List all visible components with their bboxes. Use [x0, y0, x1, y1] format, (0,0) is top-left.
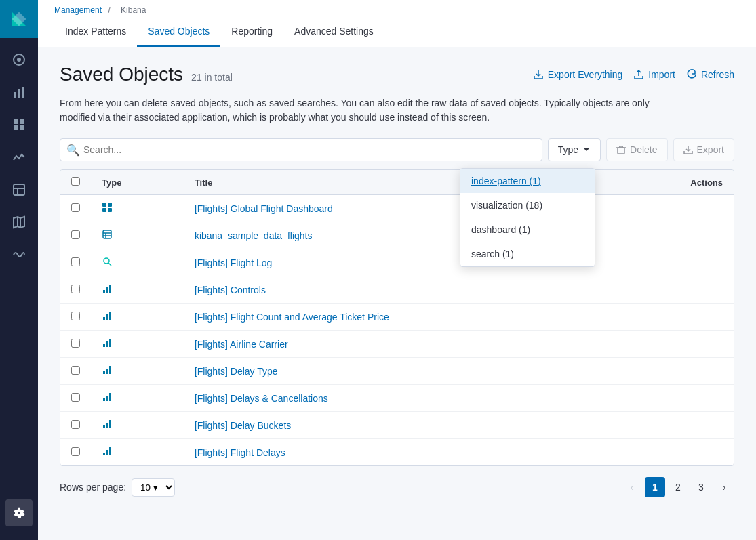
type-icon-0: [102, 202, 113, 213]
row-actions-9: [666, 439, 734, 466]
svg-rect-24: [103, 230, 111, 238]
row-title-4[interactable]: [Flights] Flight Count and Average Ticke…: [195, 312, 389, 323]
chevron-down-icon: [582, 146, 591, 154]
svg-point-28: [104, 258, 109, 264]
rows-per-page-select[interactable]: 10 ▾ 25 50: [132, 478, 175, 497]
svg-rect-38: [109, 339, 111, 347]
topnav: Management / Kibana Index Patterns Saved…: [38, 0, 756, 47]
row-title-8[interactable]: [Flights] Delay Buckets: [195, 420, 291, 431]
breadcrumb-separator: /: [108, 5, 110, 15]
kibana-logo: [0, 0, 38, 38]
row-checkbox-0[interactable]: [71, 203, 80, 212]
page-2-button[interactable]: 2: [668, 477, 688, 497]
type-icon-2: [102, 256, 113, 267]
row-checkbox-2[interactable]: [71, 257, 80, 266]
type-filter-button[interactable]: Type: [548, 138, 601, 161]
pagination-bar: Rows per page: 10 ▾ 25 50 ‹ 1 2 3 ›: [60, 477, 734, 497]
nav-tabs: Index Patterns Saved Objects Reporting A…: [54, 18, 740, 47]
svg-rect-2: [14, 92, 16, 98]
next-page-button[interactable]: ›: [714, 477, 734, 497]
svg-rect-43: [106, 396, 108, 401]
svg-rect-48: [103, 453, 105, 455]
row-title-3[interactable]: [Flights] Controls: [195, 285, 266, 295]
sidebar-icon-canvas[interactable]: [5, 176, 33, 203]
row-title-0[interactable]: [Flights] Global Flight Dashboard: [195, 203, 333, 214]
table-row: [Flights] Controls: [60, 276, 734, 304]
svg-rect-47: [109, 420, 111, 428]
sidebar-icon-discover[interactable]: [5, 46, 33, 73]
select-all-checkbox[interactable]: [71, 177, 80, 186]
svg-rect-41: [109, 366, 111, 374]
delete-label: Delete: [630, 144, 657, 155]
breadcrumb: Management / Kibana: [54, 0, 740, 18]
row-checkbox-4[interactable]: [71, 312, 80, 320]
svg-rect-20: [102, 203, 106, 207]
search-input[interactable]: [60, 138, 542, 161]
row-title-7[interactable]: [Flights] Delays & Cancellations: [195, 393, 328, 404]
row-checkbox-6[interactable]: [71, 366, 80, 375]
svg-rect-9: [14, 184, 24, 195]
row-title-1[interactable]: kibana_sample_data_flights: [195, 230, 313, 241]
tab-reporting[interactable]: Reporting: [220, 18, 283, 47]
dropdown-item-visualization[interactable]: visualization (18): [460, 193, 595, 217]
main-content: Management / Kibana Index Patterns Saved…: [38, 0, 756, 540]
svg-rect-40: [106, 369, 108, 374]
tab-advanced-settings[interactable]: Advanced Settings: [283, 18, 384, 47]
type-label: Type: [558, 144, 578, 155]
tab-saved-objects[interactable]: Saved Objects: [137, 18, 220, 47]
row-checkbox-5[interactable]: [71, 339, 80, 348]
pagination-pages: ‹ 1 2 3 ›: [622, 477, 734, 497]
type-icon-8: [102, 419, 113, 430]
refresh-button[interactable]: Refresh: [686, 66, 734, 83]
svg-rect-7: [14, 125, 18, 130]
prev-page-button[interactable]: ‹: [622, 477, 642, 497]
export-everything-button[interactable]: Export Everything: [533, 66, 623, 83]
sidebar-icon-timelion[interactable]: [5, 144, 33, 171]
row-checkbox-7[interactable]: [71, 393, 80, 402]
row-actions-6: [666, 358, 734, 385]
export-button[interactable]: Export: [673, 138, 734, 161]
dropdown-item-dashboard[interactable]: dashboard (1): [460, 217, 595, 242]
export-everything-label: Export Everything: [548, 69, 623, 80]
sidebar-icon-visualize[interactable]: [5, 79, 33, 106]
svg-rect-15: [618, 148, 624, 154]
sidebar-icon-management[interactable]: [5, 499, 33, 526]
row-actions-3: [666, 276, 734, 304]
delete-button[interactable]: Delete: [606, 138, 667, 161]
row-title-5[interactable]: [Flights] Airline Carrier: [195, 339, 288, 350]
import-button[interactable]: Import: [633, 66, 675, 83]
table-row: [Flights] Delays & Cancellations: [60, 385, 734, 412]
refresh-icon: [686, 69, 697, 80]
row-checkbox-8[interactable]: [71, 420, 80, 429]
svg-rect-33: [103, 317, 105, 320]
table-row: [Flights] Global Flight Dashboard: [60, 195, 734, 222]
type-icon-7: [102, 392, 113, 402]
dropdown-item-index-pattern[interactable]: index-pattern (1): [460, 169, 595, 193]
row-title-9[interactable]: [Flights] Flight Delays: [195, 447, 285, 458]
row-title-6[interactable]: [Flights] Delay Type: [195, 366, 278, 377]
row-checkbox-1[interactable]: [71, 230, 80, 239]
svg-rect-37: [106, 341, 108, 347]
col-header-actions: Actions: [666, 170, 734, 195]
table-row: [Flights] Delay Type: [60, 358, 734, 385]
search-input-wrap: 🔍: [60, 138, 542, 161]
dropdown-item-search[interactable]: search (1): [460, 242, 595, 266]
sidebar-icon-apm[interactable]: [5, 241, 33, 268]
svg-rect-5: [14, 119, 18, 124]
row-title-2[interactable]: [Flights] Flight Log: [195, 257, 272, 268]
page-header: Saved Objects 21 in total Export Everyth…: [60, 64, 734, 85]
sidebar-icon-maps[interactable]: [5, 209, 33, 236]
breadcrumb-management[interactable]: Management: [54, 5, 102, 15]
tab-index-patterns[interactable]: Index Patterns: [54, 18, 137, 47]
page-3-button[interactable]: 3: [691, 477, 711, 497]
row-checkbox-9[interactable]: [71, 447, 80, 456]
content-area: Saved Objects 21 in total Export Everyth…: [38, 47, 756, 540]
sidebar-icon-dashboard[interactable]: [5, 111, 33, 138]
row-actions-8: [666, 412, 734, 439]
col-header-type: Type: [91, 170, 184, 195]
page-title: Saved Objects: [60, 64, 183, 85]
row-checkbox-3[interactable]: [71, 285, 80, 293]
svg-rect-6: [20, 119, 24, 124]
page-1-button[interactable]: 1: [645, 477, 665, 497]
type-icon-9: [102, 446, 113, 457]
